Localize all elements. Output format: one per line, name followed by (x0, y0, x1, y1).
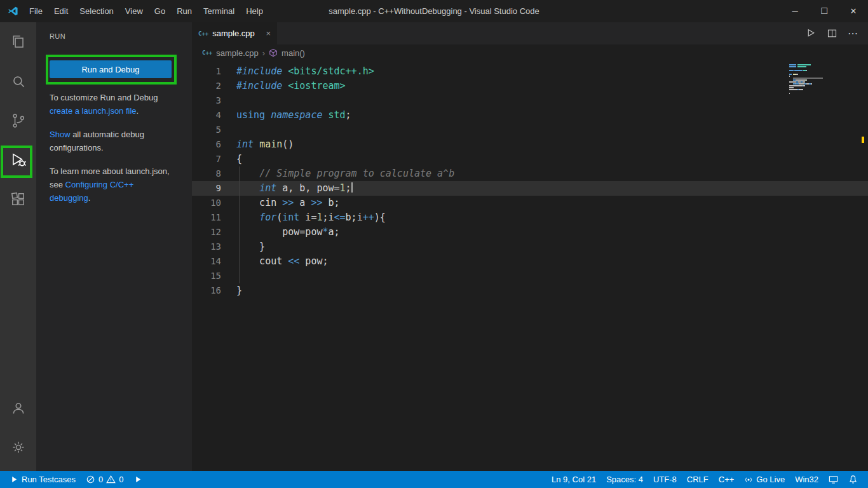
sidebar-paragraphs: To customize Run and Debug create a laun… (50, 91, 170, 205)
modified-line-marker (862, 137, 864, 143)
activity-bar-bottom (0, 388, 36, 467)
menu-view[interactable]: View (119, 6, 149, 16)
notifications-bell-icon[interactable] (843, 471, 863, 488)
code-line-7[interactable]: 7{ (192, 152, 868, 166)
cursor-position[interactable]: Ln 9, Col 21 (546, 471, 601, 488)
broadcast-icon (744, 475, 753, 484)
vscode-logo-icon (8, 6, 18, 17)
line-number: 3 (192, 93, 221, 108)
code-line-6[interactable]: 6int main() (192, 137, 868, 152)
maximize-button[interactable]: ☐ (810, 0, 839, 22)
explorer-icon[interactable] (0, 22, 36, 62)
editor-actions: ⋯ (806, 22, 868, 44)
vscode-window: FileEditSelectionViewGoRunTerminalHelp s… (0, 0, 868, 488)
code-line-5[interactable]: 5 (192, 123, 868, 137)
run-file-button[interactable] (806, 28, 817, 39)
source-control-icon[interactable] (0, 101, 36, 140)
menu-help[interactable]: Help (240, 6, 269, 16)
close-tab-icon[interactable]: × (266, 29, 271, 38)
debug-start-button[interactable] (129, 471, 147, 488)
code-text: cin >> a >> b; (236, 196, 340, 210)
extensions-icon[interactable] (0, 180, 36, 219)
run-testcases-label: Run Testcases (22, 475, 76, 484)
remote-window-icon[interactable] (824, 471, 843, 488)
breadcrumb-symbol[interactable]: main() (281, 48, 305, 58)
editor-pane: C++ sample.cpp × ⋯ C (192, 22, 868, 471)
line-number: 13 (192, 240, 221, 254)
window-title: sample.cpp - C++WithoutDebugging - Visua… (329, 6, 539, 16)
line-number: 1 (192, 64, 221, 79)
close-button[interactable]: ✕ (839, 0, 868, 22)
run-and-debug-sidebar: RUN Run and Debug To customize Run and D… (36, 22, 192, 471)
problems-indicator[interactable]: 0 0 (81, 471, 128, 488)
tab-label: sample.cpp (212, 29, 262, 38)
cpp-file-icon: C++ (198, 30, 208, 37)
menu-edit[interactable]: Edit (48, 6, 74, 16)
code-line-16[interactable]: 16} (192, 283, 868, 298)
line-number: 10 (192, 196, 221, 210)
status-bar-right: Ln 9, Col 21 Spaces: 4 UTF-8 CRLF C++ Go… (546, 471, 868, 488)
menu-selection[interactable]: Selection (74, 6, 119, 16)
code-line-11[interactable]: 11 for(int i=1;i<=b;i++){ (192, 210, 868, 225)
code-editor[interactable]: 1#include <bits/stdc++.h>2#include <iost… (192, 61, 868, 471)
line-number: 16 (192, 283, 221, 298)
code-text: { (236, 152, 242, 166)
end-of-line[interactable]: CRLF (682, 471, 714, 488)
minimap[interactable] (789, 64, 843, 94)
code-text: int main() (236, 137, 294, 152)
run-testcases-button[interactable]: Run Testcases (5, 471, 81, 488)
status-bar-left: Run Testcases 0 0 (0, 471, 147, 488)
code-line-12[interactable]: 12 pow=pow*a; (192, 225, 868, 240)
code-text: pow=pow*a; (236, 225, 340, 240)
search-icon[interactable] (0, 62, 36, 101)
language-mode[interactable]: C++ (714, 471, 740, 488)
minimize-button[interactable]: ─ (780, 0, 810, 22)
code-line-14[interactable]: 14 cout << pow; (192, 254, 868, 269)
platform-indicator[interactable]: Win32 (790, 471, 824, 488)
menu-terminal[interactable]: Terminal (198, 6, 240, 16)
workbench: RUN Run and Debug To customize Run and D… (0, 22, 868, 471)
line-number: 8 (192, 166, 221, 181)
run-and-debug-icon[interactable] (0, 140, 36, 180)
line-number: 12 (192, 225, 221, 240)
code-line-15[interactable]: 15 (192, 269, 868, 283)
breadcrumb-separator-icon: › (262, 48, 265, 58)
titlebar: FileEditSelectionViewGoRunTerminalHelp s… (0, 0, 868, 22)
run-and-debug-button[interactable]: Run and Debug (50, 60, 172, 78)
menu-run[interactable]: Run (171, 6, 198, 16)
go-live-button[interactable]: Go Live (739, 471, 790, 488)
menu-go[interactable]: Go (149, 6, 171, 16)
code-text: cout << pow; (236, 254, 329, 269)
code-line-4[interactable]: 4using namespace std; (192, 108, 868, 123)
code-line-1[interactable]: 1#include <bits/stdc++.h> (192, 64, 868, 79)
status-bar: Run Testcases 0 0 Ln 9, Col 21 Spaces: 4… (0, 471, 868, 488)
code-line-8[interactable]: 8 // Simple program to calculate a^b (192, 166, 868, 181)
code-text: using namespace std; (236, 108, 351, 123)
menu-file[interactable]: File (24, 6, 48, 16)
sidebar-paragraph-3: To learn more about launch.json, see Con… (50, 165, 170, 205)
line-number: 9 (192, 181, 221, 196)
sidebar-link[interactable]: create a launch.json file (50, 106, 137, 116)
cpp-file-icon: C++ (202, 50, 212, 56)
sidebar-title: RUN (50, 32, 179, 41)
encoding[interactable]: UTF-8 (648, 471, 682, 488)
split-editor-button[interactable] (827, 28, 837, 39)
accounts-icon[interactable] (0, 388, 36, 428)
code-line-10[interactable]: 10 cin >> a >> b; (192, 196, 868, 210)
menubar: FileEditSelectionViewGoRunTerminalHelp (24, 6, 269, 16)
activity-bar (0, 22, 36, 471)
tab-sample-cpp[interactable]: C++ sample.cpp × (192, 22, 278, 44)
indentation[interactable]: Spaces: 4 (601, 471, 648, 488)
sidebar-text: . (88, 193, 91, 203)
code-line-3[interactable]: 3 (192, 93, 868, 108)
settings-gear-icon[interactable] (0, 428, 36, 467)
sidebar-link[interactable]: Show (50, 130, 71, 139)
line-number: 2 (192, 79, 221, 93)
line-number: 5 (192, 123, 221, 137)
code-line-9[interactable]: 9 int a, b, pow=1; (192, 181, 868, 196)
breadcrumb-file[interactable]: sample.cpp (216, 48, 258, 58)
more-actions-icon[interactable]: ⋯ (848, 27, 858, 39)
symbol-method-icon (269, 48, 278, 57)
code-line-13[interactable]: 13 } (192, 240, 868, 254)
code-line-2[interactable]: 2#include <iostream> (192, 79, 868, 93)
